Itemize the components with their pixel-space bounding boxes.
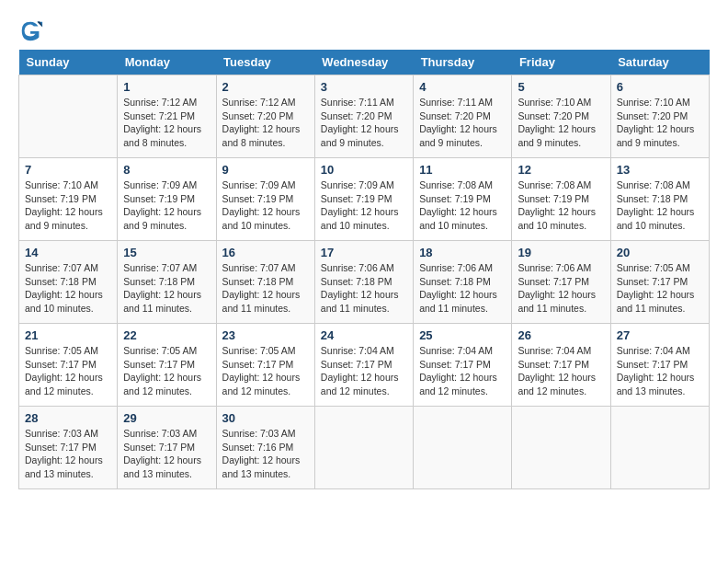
cell-info: Sunrise: 7:09 AM Sunset: 7:19 PM Dayligh…	[123, 178, 210, 233]
week-row-5: 28Sunrise: 7:03 AM Sunset: 7:17 PM Dayli…	[19, 407, 710, 489]
calendar-cell	[19, 75, 118, 158]
calendar-cell	[314, 407, 413, 489]
header-cell-friday: Friday	[512, 50, 610, 75]
cell-info: Sunrise: 7:05 AM Sunset: 7:17 PM Dayligh…	[617, 261, 703, 316]
day-number: 25	[419, 328, 506, 342]
header-cell-sunday: Sunday	[19, 50, 118, 75]
calendar-cell: 22Sunrise: 7:05 AM Sunset: 7:17 PM Dayli…	[118, 324, 216, 407]
day-number: 29	[123, 411, 210, 425]
day-number: 19	[518, 246, 604, 259]
logo	[18, 18, 46, 44]
calendar-cell: 2Sunrise: 7:12 AM Sunset: 7:20 PM Daylig…	[216, 75, 314, 158]
week-row-1: 1Sunrise: 7:12 AM Sunset: 7:21 PM Daylig…	[19, 75, 710, 158]
cell-info: Sunrise: 7:12 AM Sunset: 7:20 PM Dayligh…	[222, 96, 309, 150]
calendar-cell	[512, 407, 610, 489]
page-header	[18, 18, 710, 44]
cell-info: Sunrise: 7:10 AM Sunset: 7:19 PM Dayligh…	[25, 178, 111, 233]
day-number: 2	[222, 80, 309, 94]
calendar-cell: 8Sunrise: 7:09 AM Sunset: 7:19 PM Daylig…	[118, 158, 216, 241]
week-row-4: 21Sunrise: 7:05 AM Sunset: 7:17 PM Dayli…	[19, 324, 710, 407]
calendar-cell: 29Sunrise: 7:03 AM Sunset: 7:17 PM Dayli…	[118, 407, 216, 489]
cell-info: Sunrise: 7:08 AM Sunset: 7:18 PM Dayligh…	[617, 178, 703, 233]
cell-info: Sunrise: 7:03 AM Sunset: 7:17 PM Dayligh…	[25, 427, 111, 481]
cell-info: Sunrise: 7:12 AM Sunset: 7:21 PM Dayligh…	[123, 96, 210, 150]
header-row: SundayMondayTuesdayWednesdayThursdayFrid…	[19, 50, 710, 75]
week-row-2: 7Sunrise: 7:10 AM Sunset: 7:19 PM Daylig…	[19, 158, 710, 241]
calendar-cell: 28Sunrise: 7:03 AM Sunset: 7:17 PM Dayli…	[19, 407, 118, 489]
calendar-cell: 11Sunrise: 7:08 AM Sunset: 7:19 PM Dayli…	[414, 158, 512, 241]
cell-info: Sunrise: 7:05 AM Sunset: 7:17 PM Dayligh…	[25, 344, 111, 398]
day-number: 30	[222, 411, 309, 425]
calendar-table: SundayMondayTuesdayWednesdayThursdayFrid…	[18, 50, 710, 489]
day-number: 27	[617, 328, 703, 342]
cell-info: Sunrise: 7:08 AM Sunset: 7:19 PM Dayligh…	[518, 178, 604, 233]
cell-info: Sunrise: 7:03 AM Sunset: 7:16 PM Dayligh…	[222, 427, 309, 481]
calendar-cell: 6Sunrise: 7:10 AM Sunset: 7:20 PM Daylig…	[610, 75, 709, 158]
header-cell-wednesday: Wednesday	[314, 50, 413, 75]
calendar-cell	[610, 407, 709, 489]
day-number: 12	[518, 163, 604, 177]
day-number: 23	[222, 328, 309, 342]
cell-info: Sunrise: 7:09 AM Sunset: 7:19 PM Dayligh…	[321, 178, 407, 233]
header-cell-saturday: Saturday	[610, 50, 709, 75]
header-cell-tuesday: Tuesday	[216, 50, 314, 75]
calendar-cell: 13Sunrise: 7:08 AM Sunset: 7:18 PM Dayli…	[610, 158, 709, 241]
calendar-cell: 16Sunrise: 7:07 AM Sunset: 7:18 PM Dayli…	[216, 241, 314, 324]
calendar-cell: 1Sunrise: 7:12 AM Sunset: 7:21 PM Daylig…	[118, 75, 216, 158]
cell-info: Sunrise: 7:06 AM Sunset: 7:18 PM Dayligh…	[419, 261, 506, 316]
calendar-cell: 5Sunrise: 7:10 AM Sunset: 7:20 PM Daylig…	[512, 75, 610, 158]
cell-info: Sunrise: 7:07 AM Sunset: 7:18 PM Dayligh…	[222, 261, 309, 316]
cell-info: Sunrise: 7:11 AM Sunset: 7:20 PM Dayligh…	[419, 96, 506, 150]
cell-info: Sunrise: 7:07 AM Sunset: 7:18 PM Dayligh…	[123, 261, 210, 316]
cell-info: Sunrise: 7:06 AM Sunset: 7:17 PM Dayligh…	[518, 261, 604, 316]
day-number: 9	[222, 163, 309, 177]
calendar-cell: 7Sunrise: 7:10 AM Sunset: 7:19 PM Daylig…	[19, 158, 118, 241]
cell-info: Sunrise: 7:04 AM Sunset: 7:17 PM Dayligh…	[617, 344, 703, 398]
calendar-cell: 3Sunrise: 7:11 AM Sunset: 7:20 PM Daylig…	[314, 75, 413, 158]
calendar-cell: 4Sunrise: 7:11 AM Sunset: 7:20 PM Daylig…	[414, 75, 512, 158]
cell-info: Sunrise: 7:06 AM Sunset: 7:18 PM Dayligh…	[321, 261, 407, 316]
calendar-cell: 27Sunrise: 7:04 AM Sunset: 7:17 PM Dayli…	[610, 324, 709, 407]
day-number: 5	[518, 80, 604, 94]
calendar-cell: 14Sunrise: 7:07 AM Sunset: 7:18 PM Dayli…	[19, 241, 118, 324]
logo-icon	[18, 18, 44, 44]
cell-info: Sunrise: 7:05 AM Sunset: 7:17 PM Dayligh…	[222, 344, 309, 398]
cell-info: Sunrise: 7:05 AM Sunset: 7:17 PM Dayligh…	[123, 344, 210, 398]
day-number: 15	[123, 246, 210, 259]
cell-info: Sunrise: 7:11 AM Sunset: 7:20 PM Dayligh…	[321, 96, 407, 150]
day-number: 17	[321, 246, 407, 259]
day-number: 18	[419, 246, 506, 259]
calendar-cell: 23Sunrise: 7:05 AM Sunset: 7:17 PM Dayli…	[216, 324, 314, 407]
day-number: 8	[123, 163, 210, 177]
calendar-cell: 10Sunrise: 7:09 AM Sunset: 7:19 PM Dayli…	[314, 158, 413, 241]
calendar-cell: 26Sunrise: 7:04 AM Sunset: 7:17 PM Dayli…	[512, 324, 610, 407]
header-cell-thursday: Thursday	[414, 50, 512, 75]
day-number: 13	[617, 163, 703, 177]
cell-info: Sunrise: 7:07 AM Sunset: 7:18 PM Dayligh…	[25, 261, 111, 316]
calendar-cell: 21Sunrise: 7:05 AM Sunset: 7:17 PM Dayli…	[19, 324, 118, 407]
day-number: 21	[25, 328, 111, 342]
header-cell-monday: Monday	[118, 50, 216, 75]
day-number: 14	[25, 246, 111, 259]
calendar-cell: 9Sunrise: 7:09 AM Sunset: 7:19 PM Daylig…	[216, 158, 314, 241]
calendar-cell: 18Sunrise: 7:06 AM Sunset: 7:18 PM Dayli…	[414, 241, 512, 324]
calendar-cell: 30Sunrise: 7:03 AM Sunset: 7:16 PM Dayli…	[216, 407, 314, 489]
day-number: 24	[321, 328, 407, 342]
calendar-cell	[414, 407, 512, 489]
calendar-cell: 12Sunrise: 7:08 AM Sunset: 7:19 PM Dayli…	[512, 158, 610, 241]
day-number: 10	[321, 163, 407, 177]
day-number: 26	[518, 328, 604, 342]
calendar-cell: 17Sunrise: 7:06 AM Sunset: 7:18 PM Dayli…	[314, 241, 413, 324]
cell-info: Sunrise: 7:04 AM Sunset: 7:17 PM Dayligh…	[321, 344, 407, 398]
cell-info: Sunrise: 7:04 AM Sunset: 7:17 PM Dayligh…	[518, 344, 604, 398]
week-row-3: 14Sunrise: 7:07 AM Sunset: 7:18 PM Dayli…	[19, 241, 710, 324]
cell-info: Sunrise: 7:09 AM Sunset: 7:19 PM Dayligh…	[222, 178, 309, 233]
day-number: 7	[25, 163, 111, 177]
calendar-cell: 20Sunrise: 7:05 AM Sunset: 7:17 PM Dayli…	[610, 241, 709, 324]
calendar-cell: 15Sunrise: 7:07 AM Sunset: 7:18 PM Dayli…	[118, 241, 216, 324]
day-number: 16	[222, 246, 309, 259]
cell-info: Sunrise: 7:03 AM Sunset: 7:17 PM Dayligh…	[123, 427, 210, 481]
day-number: 4	[419, 80, 506, 94]
calendar-cell: 19Sunrise: 7:06 AM Sunset: 7:17 PM Dayli…	[512, 241, 610, 324]
cell-info: Sunrise: 7:04 AM Sunset: 7:17 PM Dayligh…	[419, 344, 506, 398]
